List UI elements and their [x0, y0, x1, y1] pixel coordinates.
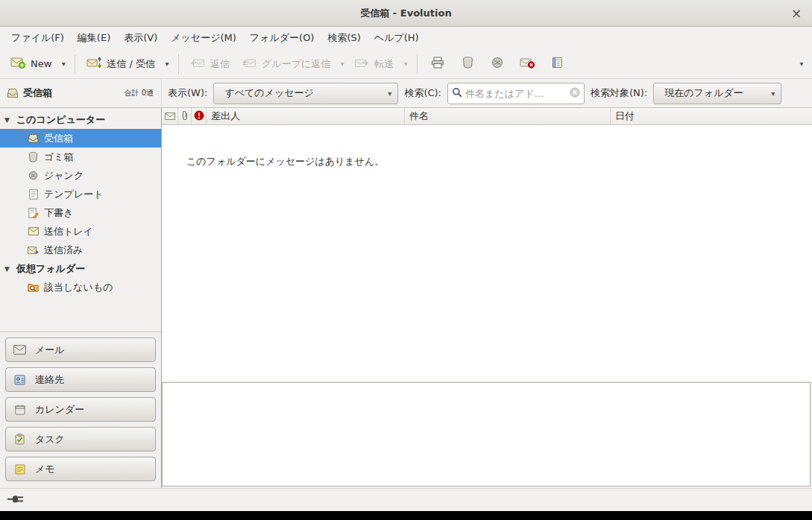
- menu-help[interactable]: ヘルプ(H): [368, 27, 426, 49]
- menu-view[interactable]: 表示(V): [117, 27, 164, 49]
- folder-label: ジャンク: [44, 169, 84, 183]
- switcher-memos-button[interactable]: メモ: [5, 457, 156, 481]
- reply-button-label: 返信: [210, 57, 230, 71]
- expander-icon[interactable]: ▼: [4, 116, 12, 124]
- sent-mail-icon: [27, 244, 40, 256]
- folder-header: 受信箱 合計 0通: [0, 79, 162, 107]
- search-input[interactable]: [465, 88, 567, 99]
- junk-icon: [27, 169, 40, 182]
- sidebar-folder-junk[interactable]: ジャンク: [0, 166, 161, 185]
- sidebar-folder-trash[interactable]: ゴミ箱: [0, 148, 161, 166]
- folder-label: 送信済み: [44, 244, 83, 257]
- expander-icon[interactable]: ▼: [4, 265, 12, 273]
- trash-icon: [27, 150, 40, 163]
- column-date[interactable]: 日付: [611, 108, 812, 124]
- tree-group-this-computer[interactable]: ▼ このコンピューター: [0, 110, 161, 129]
- clear-search-icon[interactable]: [570, 87, 580, 100]
- switcher-tasks-button[interactable]: タスク: [5, 427, 156, 451]
- sidebar-folder-drafts[interactable]: 下書き: [0, 203, 161, 222]
- mail-pane: 差出人 件名 日付 このフォルダーにメッセージはありません。: [162, 108, 812, 488]
- sidebar-folder-sent[interactable]: 送信済み: [0, 241, 161, 259]
- send-receive-button[interactable]: 送信 / 受信: [81, 52, 161, 76]
- toolbar-separator: [75, 54, 75, 74]
- reply-button[interactable]: 返信: [184, 52, 236, 76]
- message-list-header: 差出人 件名 日付: [162, 108, 812, 125]
- print-button[interactable]: [423, 52, 453, 76]
- reply-icon: [190, 57, 205, 71]
- switcher-calendar-label: カレンダー: [35, 403, 84, 416]
- inbox-icon: [6, 87, 19, 100]
- paperclip-icon: [182, 110, 188, 123]
- group-reply-dropdown-arrow[interactable]: ▾: [336, 52, 348, 76]
- menu-message[interactable]: メッセージ(M): [164, 27, 243, 49]
- new-button[interactable]: New: [4, 52, 57, 76]
- document-icon: [27, 188, 40, 200]
- forward-button-label: 転送: [374, 57, 394, 71]
- filter-bar: 受信箱 合計 0通 表示(W): すべてのメッセージ ▾ 検索(C): 検索対象…: [0, 79, 812, 108]
- toolbar: New ▾ 送信 / 受信 ▾ 返信 グループに返信 ▾: [0, 49, 812, 79]
- trash-icon: [462, 57, 473, 71]
- switcher-mail-button[interactable]: メール: [5, 337, 156, 362]
- print-icon: [431, 57, 444, 71]
- folder-label: 受信箱: [44, 132, 73, 145]
- toolbar-separator: [178, 54, 179, 74]
- switcher-tasks-label: タスク: [35, 433, 65, 446]
- search-box: [447, 83, 585, 104]
- sidebar: ▼ このコンピューター 受信箱 ゴミ箱: [0, 108, 162, 488]
- column-status[interactable]: [162, 108, 178, 124]
- online-status-button[interactable]: [4, 492, 28, 508]
- search-scope-value: 現在のフォルダー: [664, 86, 764, 100]
- sidebar-folder-templates[interactable]: テンプレート: [0, 185, 161, 203]
- column-attachment[interactable]: [178, 108, 192, 124]
- not-junk-button[interactable]: [512, 52, 542, 76]
- mail-cancel-icon: [520, 57, 535, 71]
- switcher-calendar-button[interactable]: カレンダー: [5, 397, 156, 422]
- search-scope-dropdown[interactable]: 現在のフォルダー ▾: [653, 83, 781, 104]
- close-button[interactable]: ×: [788, 5, 805, 22]
- message-list[interactable]: このフォルダーにメッセージはありません。: [162, 125, 812, 381]
- switcher-contacts-button[interactable]: 連絡先: [5, 367, 156, 392]
- junk-button[interactable]: [482, 52, 512, 76]
- important-icon: [194, 110, 204, 123]
- evolution-window: 受信箱 - Evolution × ファイル(F) 編集(E) 表示(V) メッ…: [0, 0, 812, 520]
- menu-file[interactable]: ファイル(F): [4, 27, 71, 49]
- sidebar-folder-outbox[interactable]: 送信トレイ: [0, 222, 161, 241]
- junk-icon: [491, 57, 503, 71]
- desktop-strip: [0, 511, 812, 520]
- contacts-icon: [13, 373, 26, 386]
- view-switcher: メール 連絡先 カレンダー: [0, 332, 161, 488]
- sidebar-folder-inbox[interactable]: 受信箱: [0, 129, 161, 148]
- switcher-contacts-label: 連絡先: [35, 373, 64, 387]
- filter-controls: 表示(W): すべてのメッセージ ▾ 検索(C): 検索対象(N): 現在のフォ…: [162, 83, 812, 104]
- tree-group-label: 仮想フォルダー: [16, 262, 85, 276]
- forward-dropdown-arrow[interactable]: ▾: [400, 52, 412, 76]
- column-from[interactable]: 差出人: [207, 108, 405, 124]
- delete-button[interactable]: [453, 52, 482, 76]
- menu-edit[interactable]: 編集(E): [71, 27, 117, 49]
- addressbook-button[interactable]: [542, 52, 572, 76]
- search-folder-icon: [27, 281, 40, 294]
- new-dropdown-arrow[interactable]: ▾: [57, 52, 69, 76]
- group-reply-button[interactable]: グループに返信: [236, 52, 336, 76]
- toolbar-overflow-arrow[interactable]: ▾: [796, 52, 808, 76]
- tasks-icon: [13, 433, 26, 446]
- show-filter-value: すべてのメッセージ: [224, 86, 380, 100]
- menubar: ファイル(F) 編集(E) 表示(V) メッセージ(M) フォルダー(O) 検索…: [0, 27, 812, 49]
- tree-group-search-folders[interactable]: ▼ 仮想フォルダー: [0, 259, 161, 278]
- menu-search[interactable]: 検索(S): [321, 27, 367, 49]
- show-filter-dropdown[interactable]: すべてのメッセージ ▾: [213, 83, 398, 104]
- folder-label: ゴミ箱: [44, 150, 74, 164]
- titlebar[interactable]: 受信箱 - Evolution ×: [0, 0, 812, 27]
- forward-icon: [354, 57, 369, 71]
- toolbar-separator: [417, 54, 418, 74]
- menu-folder[interactable]: フォルダー(O): [243, 27, 321, 49]
- forward-button[interactable]: 転送: [348, 52, 400, 76]
- sidebar-folder-unmatched[interactable]: 該当しないもの: [0, 278, 161, 297]
- column-subject[interactable]: 件名: [405, 108, 611, 124]
- folder-label: 下書き: [44, 206, 73, 220]
- chevron-down-icon: ▾: [388, 89, 391, 98]
- column-important[interactable]: [192, 108, 207, 124]
- inbox-icon: [27, 132, 40, 145]
- new-mail-icon: [10, 57, 25, 71]
- send-receive-dropdown-arrow[interactable]: ▾: [161, 52, 173, 76]
